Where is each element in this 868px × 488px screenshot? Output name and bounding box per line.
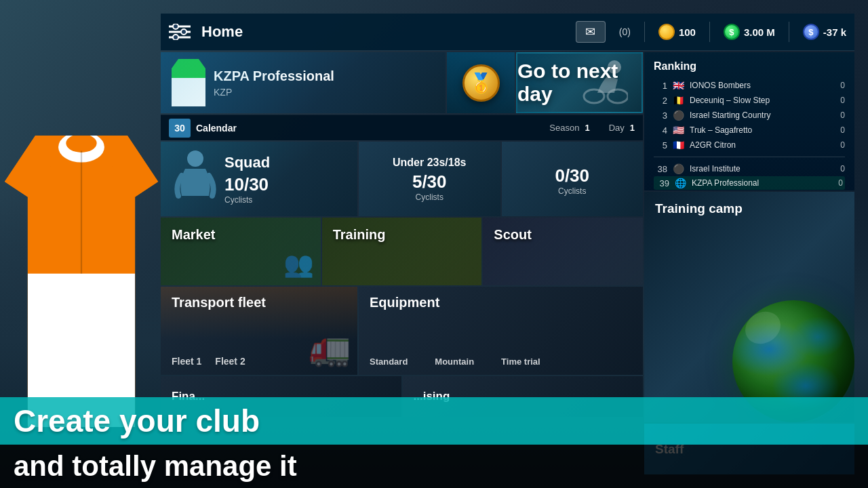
squad-row: Squad 10/30 Cyclists Under 23s/18s 5/30 … [161,142,643,216]
scout-title: Scout [494,227,532,243]
day-value: 1 [630,123,635,133]
ranking-row: 2 🇧🇪 Deceuniq – Slow Step 0 [654,93,845,108]
rank-number: 39 [656,178,669,188]
next-day-label: Go to next day [517,60,642,106]
equipment-card[interactable]: Equipment Standard Mountain Time trial [359,287,643,375]
transport-fleets: Fleet 1 Fleet 2 [172,356,347,367]
overlay-text-line2: and totally manage it [0,445,868,488]
training-card[interactable]: Training [322,218,482,285]
market-row: 👥 Market Training Scout [161,218,643,285]
rank-team-name: IONOS Bombers [690,81,835,90]
mail-button[interactable]: ✉ [576,21,606,43]
rank-flag: 🇺🇸 [673,125,684,136]
reserve-card[interactable]: 0/30 Cyclists [502,142,644,216]
transport-title: Transport fleet [172,295,347,310]
dollar-icon: $ [724,24,740,40]
rank-number: 4 [654,125,667,136]
day-label: Day [609,123,625,133]
ranking-divider [654,157,845,157]
team-header: KZPA Professional KZP 🥇 Go to next day [161,52,643,113]
team-text: KZPA Professional KZP [214,68,334,98]
squad-info: Squad 10/30 Cyclists [224,154,270,205]
equip-standard: Standard [370,357,408,367]
calendar-label: Calendar [196,123,237,134]
svg-point-5 [173,24,178,29]
scout-card[interactable]: Scout [483,218,643,285]
svg-point-9 [173,35,178,40]
rank-score: 0 [840,96,845,105]
rank-score: 0 [840,81,845,90]
equipment-tabs: Standard Mountain Time trial [370,357,632,367]
market-title: Market [172,227,215,243]
coin-icon [658,24,675,40]
rank-flag: 🌐 [675,178,686,188]
transport-card[interactable]: Transport fleet 🚛 Fleet 1 Fleet 2 [161,287,357,375]
menu-icon[interactable] [169,24,191,40]
rank-flag: ⚫ [673,163,684,174]
rank-flag: 🇧🇪 [673,95,684,106]
ranking-row: 5 🇫🇷 A2GR Citron 0 [654,138,845,152]
fleet1-label: Fleet 1 [172,356,201,367]
equipment-title: Equipment [370,295,632,310]
ranking-panel: Ranking 1 🇬🇧 IONOS Bombers 0 2 🇧🇪 Deceun… [644,52,854,190]
ranking-row: 39 🌐 KZPA Professional 0 [654,176,845,190]
rank-score: 0 [840,125,845,135]
ranking-row: 1 🇬🇧 IONOS Bombers 0 [654,78,845,93]
home-title: Home [201,23,243,41]
ranking-row: 40 🔴 Hengzhou Cycling 0 [654,190,845,190]
calendar-row: 30 Calendar Season 1 Day 1 [161,115,643,140]
jersey-overlay [0,136,163,427]
ranking-row: 3 ⚫ Israel Starting Country 0 [654,108,845,123]
jersey-image [0,136,163,427]
squad-count: 10/30 [224,174,270,195]
rank-number: 2 [654,96,667,106]
rank-flag: 🇬🇧 [673,80,684,91]
squad-subcards: Under 23s/18s 5/30 Cyclists 0/30 Cyclist… [359,142,643,216]
rank-number: 1 [654,81,667,91]
fleet2-label: Fleet 2 [215,356,245,367]
reserve-label: Cyclists [558,186,586,196]
ranking-title: Ranking [654,60,845,73]
svg-point-13 [187,150,203,167]
under23-title: Under 23s/18s [393,157,467,169]
rank-flag: 🇫🇷 [673,140,684,150]
next-day-button[interactable]: Go to next day [516,52,643,113]
team-jersey-mini [172,59,205,106]
rank-team-name: KZPA Professional [692,178,833,188]
rank-flag: ⚫ [673,110,684,121]
squad-cyclist-image [172,148,219,209]
rank-number: 5 [654,140,667,150]
under23-count: 5/30 [412,171,447,192]
team-info-card[interactable]: KZPA Professional KZP [161,52,446,113]
svg-point-7 [181,29,186,35]
under23-label: Cyclists [416,192,443,202]
medal-area: 🥇 [447,52,515,113]
ranking-list: 1 🇬🇧 IONOS Bombers 0 2 🇧🇪 Deceuniq – Slo… [654,78,845,152]
team-abbr: KZP [214,87,334,98]
rank-team-name: A2GR Citron [690,140,835,150]
market-card[interactable]: 👥 Market [161,218,321,285]
overlay-text-line1: Create your club [0,397,868,445]
calendar-icon: 30 [169,119,191,138]
rank-team-name: Israel Institute [690,164,835,174]
squad-title: Squad [224,154,270,171]
equip-mountain: Mountain [435,357,474,367]
reserve-count: 0/30 [555,165,589,186]
equip-timetrial: Time trial [501,357,540,367]
cyclist-silhouette [172,148,219,209]
squad-card[interactable]: Squad 10/30 Cyclists [161,142,357,216]
rank-number: 3 [654,110,667,121]
top-bar: Home ✉ (0) 100 $ 3.00 M $ -37 k [161,14,854,51]
ranking-row: 38 ⚫ Israel Institute 0 [654,161,845,176]
bottom-overlay: Create your club and totally manage it [0,386,868,488]
under23-card[interactable]: Under 23s/18s 5/30 Cyclists [359,142,500,216]
squad-cyclists-label: Cyclists [224,195,270,205]
rank-score: 0 [840,140,845,150]
training-camp-title: Training camp [655,201,844,216]
training-title: Training [333,227,386,243]
team-name: KZPA Professional [214,68,334,84]
balance-display: $ -37 k [803,24,846,40]
medal-coin: 🥇 [462,64,500,102]
market-people-icon: 👥 [283,250,314,279]
rank-team-name: Deceuniq – Slow Step [690,96,835,105]
